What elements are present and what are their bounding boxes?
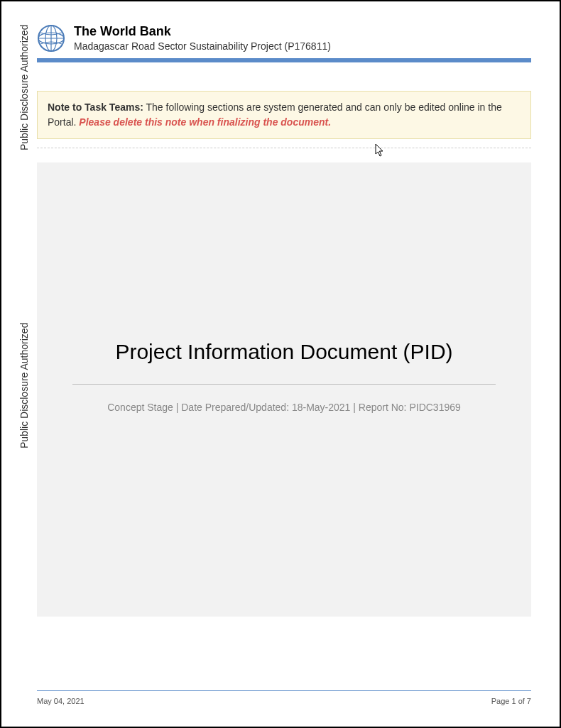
note-warning: Please delete this note when finalizing … <box>79 116 331 128</box>
cursor-icon <box>375 143 386 160</box>
dashed-separator <box>37 148 531 148</box>
title-rule <box>72 384 496 385</box>
org-name: The World Bank <box>74 24 331 39</box>
document-header: The World Bank Madagascar Road Sector Su… <box>37 24 531 53</box>
disclosure-watermark: Public Disclosure Authorized <box>18 23 30 150</box>
document-title: Project Information Document (PID) <box>65 340 503 364</box>
footer-page: Page 1 of 7 <box>491 697 531 705</box>
header-text: The World Bank Madagascar Road Sector Su… <box>74 24 331 52</box>
title-panel: Project Information Document (PID) Conce… <box>37 162 531 617</box>
project-subtitle: Madagascar Road Sector Sustainability Pr… <box>74 40 331 52</box>
document-footer: May 04, 2021 Page 1 of 7 <box>37 690 531 705</box>
note-lead: Note to Task Teams: <box>48 101 143 113</box>
footer-date: May 04, 2021 <box>37 697 85 705</box>
task-team-note: Note to Task Teams: The following sectio… <box>37 91 531 139</box>
disclosure-watermark: Public Disclosure Authorized <box>18 321 30 448</box>
document-page: Public Disclosure Authorized Public Disc… <box>3 3 558 725</box>
header-divider <box>37 58 531 62</box>
document-meta: Concept Stage | Date Prepared/Updated: 1… <box>65 402 503 413</box>
world-bank-logo-icon <box>37 24 65 53</box>
